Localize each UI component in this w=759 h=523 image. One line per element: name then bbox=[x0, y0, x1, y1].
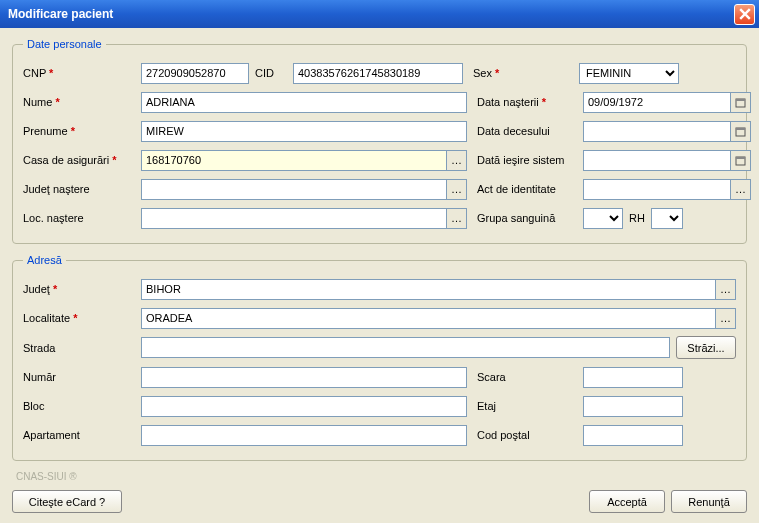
scara-input[interactable] bbox=[583, 367, 683, 388]
apartament-input[interactable] bbox=[141, 425, 467, 446]
cod-postal-input[interactable] bbox=[583, 425, 683, 446]
loc-nastere-input[interactable] bbox=[141, 208, 446, 229]
close-icon bbox=[739, 8, 751, 20]
label-localitate: Localitate bbox=[23, 312, 70, 324]
label-rh: RH bbox=[623, 212, 651, 224]
label-judet-nastere: Judeţ naştere bbox=[23, 183, 141, 195]
numar-input[interactable] bbox=[141, 367, 467, 388]
calendar-icon bbox=[735, 97, 746, 108]
out-input[interactable] bbox=[583, 150, 730, 171]
svg-rect-1 bbox=[736, 99, 745, 101]
title-bar: Modificare pacient bbox=[0, 0, 759, 28]
grupa-select[interactable] bbox=[583, 208, 623, 229]
judet-input[interactable] bbox=[141, 279, 715, 300]
svg-rect-5 bbox=[736, 157, 745, 159]
label-cod-postal: Cod poştal bbox=[477, 429, 583, 441]
label-numar: Număr bbox=[23, 371, 141, 383]
dob-input[interactable] bbox=[583, 92, 730, 113]
fieldset-address: Adresă Judeţ * … Localitate * … Strada S… bbox=[12, 254, 747, 461]
bloc-input[interactable] bbox=[141, 396, 467, 417]
act-input[interactable] bbox=[583, 179, 730, 200]
ellipsis-icon: … bbox=[451, 183, 462, 195]
cnp-input[interactable] bbox=[141, 63, 249, 84]
copyright-text: CNAS-SIUI ® bbox=[12, 471, 747, 482]
nume-input[interactable] bbox=[141, 92, 467, 113]
label-loc-nastere: Loc. naştere bbox=[23, 212, 141, 224]
label-strada: Strada bbox=[23, 342, 141, 354]
ecard-button[interactable]: Citeşte eCard ? bbox=[12, 490, 122, 513]
strada-input[interactable] bbox=[141, 337, 670, 358]
label-bloc: Bloc bbox=[23, 400, 141, 412]
rh-select[interactable] bbox=[651, 208, 683, 229]
casa-input[interactable] bbox=[141, 150, 446, 171]
label-grupa: Grupa sanguină bbox=[477, 212, 583, 224]
accept-button[interactable]: Acceptă bbox=[589, 490, 665, 513]
localitate-input[interactable] bbox=[141, 308, 715, 329]
dob-picker-button[interactable] bbox=[730, 92, 751, 113]
sex-select[interactable]: FEMININ bbox=[579, 63, 679, 84]
prenume-input[interactable] bbox=[141, 121, 467, 142]
label-apartament: Apartament bbox=[23, 429, 141, 441]
label-act: Act de identitate bbox=[477, 183, 583, 195]
loc-nastere-picker-button[interactable]: … bbox=[446, 208, 467, 229]
legend-personal: Date personale bbox=[23, 38, 106, 50]
label-prenume: Prenume bbox=[23, 125, 68, 137]
label-cid: CID bbox=[255, 67, 293, 79]
close-button[interactable] bbox=[734, 4, 755, 25]
ellipsis-icon: … bbox=[720, 283, 731, 295]
label-scara: Scara bbox=[477, 371, 583, 383]
label-casa: Casa de asigurări bbox=[23, 154, 109, 166]
fieldset-personal: Date personale CNP * CID Sex * FEMININ N… bbox=[12, 38, 747, 244]
casa-picker-button[interactable]: … bbox=[446, 150, 467, 171]
footer-bar: Citeşte eCard ? Acceptă Renunţă bbox=[12, 488, 747, 513]
dod-input[interactable] bbox=[583, 121, 730, 142]
localitate-picker-button[interactable]: … bbox=[715, 308, 736, 329]
calendar-icon bbox=[735, 126, 746, 137]
cancel-button[interactable]: Renunţă bbox=[671, 490, 747, 513]
dod-picker-button[interactable] bbox=[730, 121, 751, 142]
judet-nastere-input[interactable] bbox=[141, 179, 446, 200]
label-etaj: Etaj bbox=[477, 400, 583, 412]
strazi-button[interactable]: Străzi... bbox=[676, 336, 736, 359]
window-title: Modificare pacient bbox=[8, 7, 113, 21]
label-nume: Nume bbox=[23, 96, 52, 108]
svg-rect-3 bbox=[736, 128, 745, 130]
ellipsis-icon: … bbox=[720, 312, 731, 324]
label-dob: Data naşterii bbox=[477, 96, 539, 108]
label-cnp: CNP bbox=[23, 67, 46, 79]
dialog-body: Date personale CNP * CID Sex * FEMININ N… bbox=[0, 28, 759, 523]
label-sex: Sex bbox=[473, 67, 492, 79]
legend-address: Adresă bbox=[23, 254, 66, 266]
judet-nastere-picker-button[interactable]: … bbox=[446, 179, 467, 200]
cid-input[interactable] bbox=[293, 63, 463, 84]
out-picker-button[interactable] bbox=[730, 150, 751, 171]
act-picker-button[interactable]: … bbox=[730, 179, 751, 200]
calendar-icon bbox=[735, 155, 746, 166]
label-out: Dată ieşire sistem bbox=[477, 154, 583, 166]
ellipsis-icon: … bbox=[451, 154, 462, 166]
ellipsis-icon: … bbox=[735, 183, 746, 195]
label-dod: Data decesului bbox=[477, 125, 583, 137]
etaj-input[interactable] bbox=[583, 396, 683, 417]
ellipsis-icon: … bbox=[451, 212, 462, 224]
label-judet: Judeţ bbox=[23, 283, 50, 295]
judet-picker-button[interactable]: … bbox=[715, 279, 736, 300]
